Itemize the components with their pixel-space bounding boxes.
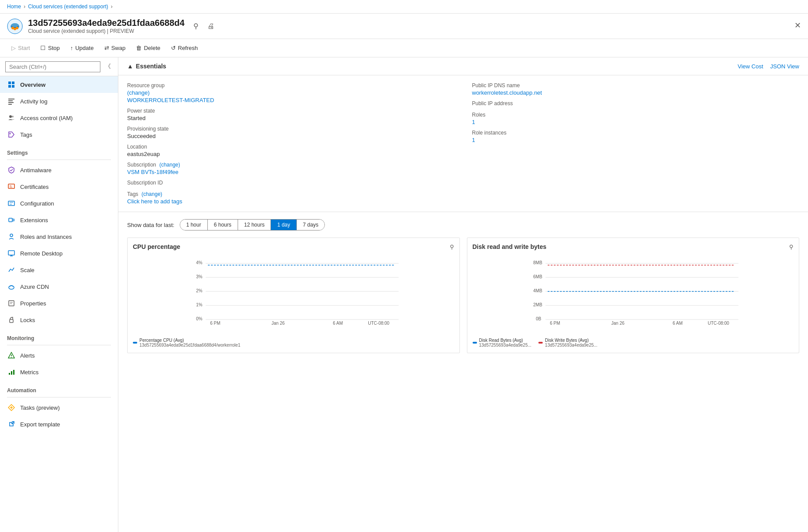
close-button[interactable]: ✕ [794, 21, 801, 30]
sidebar-item-certificates[interactable]: Certificates [0, 178, 118, 195]
sidebar-item-label-scale: Scale [20, 267, 35, 273]
sidebar-item-properties[interactable]: Properties [0, 295, 118, 312]
sidebar-item-label-locks: Locks [20, 317, 35, 323]
cpu-chart-card: CPU percentage ⚲ 4% 3% 2% 1% 0% [127, 238, 460, 353]
subscription-change[interactable]: (change) [159, 162, 180, 168]
disk-read-legend-label: Disk Read Bytes (Avg)13d57255693a4eda9e2… [479, 338, 532, 348]
breadcrumb-service[interactable]: Cloud services (extended support) [28, 4, 108, 10]
toolbar: ▷ Start ☐ Stop ↑ Update ⇄ Swap 🗑 Delete … [0, 39, 808, 57]
start-button[interactable]: ▷ Start [7, 43, 34, 53]
monitoring-divider [7, 345, 111, 345]
public-ip-dns-value[interactable]: workerroletest.cloudapp.net [472, 89, 800, 96]
sidebar-item-roles-instances[interactable]: Roles and Instances [0, 228, 118, 245]
svg-text:6 PM: 6 PM [210, 321, 220, 326]
main-layout: 《 Overview Activity log Access control (… [0, 57, 808, 532]
page-title: 13d57255693a4eda9e25d1fdaa6688d4 [28, 18, 185, 28]
sidebar-item-label-azure-cdn: Azure CDN [20, 284, 49, 290]
time-btn-1hour[interactable]: 1 hour [180, 220, 208, 230]
disk-chart-svg: 8MB 6MB 4MB 2MB 0B [473, 255, 794, 326]
time-btn-1day[interactable]: 1 day [271, 220, 296, 230]
delete-button[interactable]: 🗑 Delete [132, 43, 165, 53]
sidebar-item-label-export: Export template [20, 421, 60, 428]
sidebar-item-label-alerts: Alerts [20, 352, 35, 359]
delete-icon: 🗑 [136, 45, 142, 51]
sidebar-item-label-antimalware: Antimalware [20, 167, 52, 174]
sidebar-item-overview[interactable]: Overview [0, 76, 118, 93]
svg-text:6 AM: 6 AM [673, 321, 683, 326]
sidebar-item-activity-log[interactable]: Activity log [0, 93, 118, 110]
sidebar-item-label-roles-instances: Roles and Instances [20, 234, 72, 240]
page-subtitle: Cloud service (extended support) | PREVI… [28, 28, 185, 34]
certificates-icon [7, 182, 16, 191]
subscription-value[interactable]: VSM BVTs-18f49fee [127, 169, 455, 175]
sidebar-item-scale[interactable]: Scale [0, 262, 118, 278]
search-input[interactable] [5, 61, 100, 72]
svg-point-5 [16, 27, 18, 29]
subscription-id-item: Subscription ID [127, 180, 455, 187]
role-instances-value[interactable]: 1 [472, 137, 800, 143]
sidebar-item-tags[interactable]: Tags [0, 126, 118, 143]
sidebar: 《 Overview Activity log Access control (… [0, 57, 118, 532]
sidebar-item-remote-desktop[interactable]: Remote Desktop [0, 245, 118, 262]
cpu-legend-item-1: Percentage CPU (Avg)13d57255693a4eda9e25… [133, 338, 240, 348]
print-icon[interactable]: 🖨 [207, 22, 214, 30]
view-cost-link[interactable]: View Cost [737, 63, 763, 70]
collapse-sidebar-button[interactable]: 《 [103, 61, 113, 72]
time-filter-buttons: 1 hour 6 hours 12 hours 1 day 7 days [180, 219, 325, 231]
roles-value[interactable]: 1 [472, 119, 800, 125]
svg-text:8MB: 8MB [533, 260, 542, 265]
swap-button[interactable]: ⇄ Swap [100, 43, 130, 53]
time-btn-7days[interactable]: 7 days [297, 220, 324, 230]
sidebar-item-label-remote-desktop: Remote Desktop [20, 250, 63, 257]
time-btn-6hours[interactable]: 6 hours [208, 220, 238, 230]
subscription-item: Subscription (change) VSM BVTs-18f49fee [127, 162, 455, 175]
disk-chart-title: Disk read and write bytes [473, 243, 547, 250]
settings-section-label: Settings [0, 143, 118, 158]
charts-grid: CPU percentage ⚲ 4% 3% 2% 1% 0% [118, 238, 808, 362]
svg-text:Jan 26: Jan 26 [611, 321, 624, 326]
sidebar-item-metrics[interactable]: Metrics [0, 364, 118, 380]
svg-point-14 [9, 115, 12, 118]
sidebar-item-label-certificates: Certificates [20, 184, 49, 190]
sidebar-item-antimalware[interactable]: Antimalware [0, 162, 118, 178]
svg-rect-23 [9, 301, 14, 306]
resource-group-change[interactable]: (change) [127, 89, 149, 96]
sidebar-item-alerts[interactable]: Alerts [0, 347, 118, 364]
svg-rect-6 [8, 82, 11, 84]
tags-change[interactable]: (change) [142, 191, 162, 197]
overview-icon [7, 80, 16, 89]
pin-icon[interactable]: ⚲ [193, 22, 199, 30]
sidebar-item-label-iam: Access control (IAM) [20, 115, 73, 121]
metrics-icon [7, 368, 16, 376]
sidebar-item-locks[interactable]: Locks [0, 312, 118, 328]
page-header: 13d57255693a4eda9e25d1fdaa6688d4 Cloud s… [0, 14, 808, 39]
sidebar-item-access-control[interactable]: Access control (IAM) [0, 110, 118, 126]
content-area: ▲ Essentials View Cost JSON View Resourc… [118, 57, 808, 532]
sidebar-item-tasks[interactable]: Tasks (preview) [0, 399, 118, 416]
sidebar-item-label-properties: Properties [20, 300, 46, 307]
sidebar-nav: Overview Activity log Access control (IA… [0, 76, 118, 532]
cpu-pin-icon[interactable]: ⚲ [450, 244, 454, 250]
resource-group-value[interactable]: WORKERROLETEST-MIGRATED [127, 97, 455, 103]
tags-value[interactable]: Click here to add tags [127, 198, 455, 205]
sidebar-item-label-tasks: Tasks (preview) [20, 404, 60, 411]
sidebar-item-azure-cdn[interactable]: Azure CDN [0, 278, 118, 295]
time-btn-12hours[interactable]: 12 hours [238, 220, 271, 230]
svg-rect-26 [11, 371, 12, 375]
refresh-button[interactable]: ↺ Refresh [167, 43, 203, 53]
collapse-essentials-icon[interactable]: ▲ [127, 63, 133, 70]
disk-pin-icon[interactable]: ⚲ [789, 244, 794, 250]
remote-desktop-icon [7, 249, 16, 258]
sidebar-item-export[interactable]: Export template [0, 416, 118, 433]
header-text: 13d57255693a4eda9e25d1fdaa6688d4 Cloud s… [28, 18, 185, 34]
tags-icon [7, 130, 16, 139]
stop-button[interactable]: ☐ Stop [36, 43, 64, 53]
sidebar-item-extensions[interactable]: Extensions [0, 212, 118, 228]
json-view-link[interactable]: JSON View [770, 63, 799, 70]
breadcrumb-home[interactable]: Home [7, 4, 21, 10]
locks-icon [7, 316, 16, 324]
svg-rect-19 [9, 218, 12, 222]
update-button[interactable]: ↑ Update [66, 43, 98, 53]
essentials-col-left: Resource group (change) WORKERROLETEST-M… [127, 82, 455, 205]
sidebar-item-configuration[interactable]: Configuration [0, 195, 118, 212]
